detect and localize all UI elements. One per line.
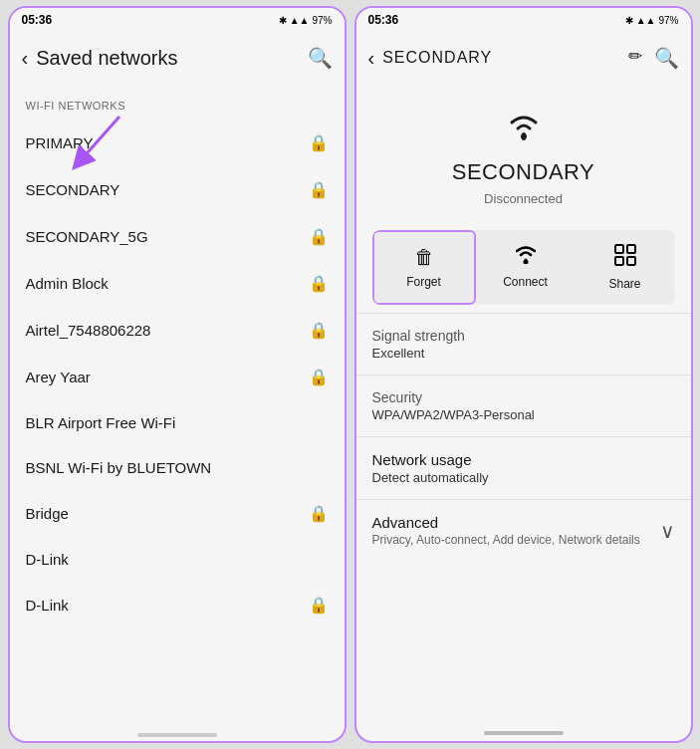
security-label: Security (372, 389, 675, 405)
network-name-bsnl: BSNL Wi-Fi by BLUETOWN (26, 459, 212, 476)
network-name-dlink2: D-Link (26, 597, 69, 614)
left-app-bar: ‹ Saved networks 🔍 (10, 32, 345, 84)
advanced-title: Advanced (372, 514, 660, 531)
right-status-time: 05:36 (368, 13, 399, 27)
signal-strength-label: Signal strength (372, 328, 675, 344)
connect-icon (516, 246, 536, 269)
right-search-button[interactable]: 🔍 (654, 46, 679, 70)
lock-icon-bridge: 🔒 (309, 504, 329, 523)
share-label: Share (608, 277, 640, 291)
connect-label: Connect (503, 275, 548, 289)
svg-rect-5 (615, 257, 623, 265)
network-item-secondary5g[interactable]: SECONDARY_5G 🔒 (10, 213, 345, 260)
network-name-airtel: Airtel_7548806228 (26, 322, 151, 339)
network-usage-value: Detect automatically (372, 470, 675, 485)
left-content: WI-FI NETWORKS PRIMARY 🔒 SECONDARY 🔒 SEC… (10, 84, 345, 729)
right-network-status: Disconnected (484, 191, 563, 206)
right-bluetooth-icon: ✱ (625, 15, 633, 26)
forget-label: Forget (406, 275, 441, 289)
connect-button[interactable]: Connect (476, 230, 576, 305)
network-item-secondary[interactable]: SECONDARY 🔒 (10, 166, 345, 213)
share-button[interactable]: Share (576, 230, 675, 305)
svg-line-0 (80, 117, 119, 161)
advanced-subtitle: Privacy, Auto-connect, Add device, Netwo… (372, 533, 660, 547)
lock-icon-adminblock: 🔒 (309, 274, 329, 293)
svg-rect-4 (627, 245, 635, 253)
network-name-secondary: SECONDARY (26, 181, 120, 198)
left-status-icons: ✱ ▲▲ 97% (279, 15, 333, 26)
right-edit-button[interactable]: ✏ (628, 46, 642, 70)
right-page-title: SECONDARY (382, 49, 492, 67)
lock-icon-secondary5g: 🔒 (309, 227, 329, 246)
left-page-title: Saved networks (36, 47, 177, 70)
svg-rect-6 (627, 257, 635, 265)
network-item-airtel[interactable]: Airtel_7548806228 🔒 (10, 307, 345, 354)
network-item-adminblock[interactable]: Admin Block 🔒 (10, 260, 345, 307)
advanced-row[interactable]: Advanced Privacy, Auto-connect, Add devi… (356, 499, 691, 561)
right-back-button[interactable]: ‹ (368, 47, 375, 70)
network-name-blr: BLR Airport Free Wi-Fi (26, 414, 176, 431)
forget-button[interactable]: 🗑 Forget (372, 230, 476, 305)
left-status-time: 05:36 (22, 13, 53, 27)
bluetooth-icon: ✱ (279, 15, 287, 26)
network-name-dlink1: D-Link (26, 551, 69, 568)
left-phone-frame: 05:36 ✱ ▲▲ 97% ‹ Saved networks 🔍 WI-FI … (8, 6, 347, 743)
right-status-icons: ✱ ▲▲ 97% (625, 15, 679, 26)
network-item-dlink2[interactable]: D-Link 🔒 (10, 582, 345, 628)
network-item-blr[interactable]: BLR Airport Free Wi-Fi (10, 400, 345, 445)
network-name-bridge: Bridge (26, 505, 69, 522)
signal-icons: ▲▲ (290, 15, 310, 26)
network-usage-label: Network usage (372, 451, 675, 468)
right-network-name: SECONDARY (452, 159, 594, 185)
lock-icon-dlink2: 🔒 (309, 596, 329, 615)
right-signal-icons: ▲▲ (636, 15, 656, 26)
network-item-areyyaar[interactable]: Arey Yaar 🔒 (10, 354, 345, 400)
network-item-bridge[interactable]: Bridge 🔒 (10, 490, 345, 537)
network-name-areyyaar: Arey Yaar (26, 369, 91, 385)
forget-icon: 🗑 (414, 246, 434, 269)
lock-icon-primary: 🔒 (309, 133, 329, 152)
network-item-bsnl[interactable]: BSNL Wi-Fi by BLUETOWN (10, 445, 345, 490)
right-content: SECONDARY Disconnected 🗑 Forget Connect (356, 84, 691, 725)
lock-icon-areyyaar: 🔒 (309, 368, 329, 386)
battery-icon: 97% (312, 15, 332, 26)
security-section: Security WPA/WPA2/WPA3-Personal (356, 374, 691, 436)
wifi-icon-large (504, 108, 544, 149)
left-search-button[interactable]: 🔍 (308, 46, 333, 70)
right-status-bar: 05:36 ✱ ▲▲ 97% (356, 8, 691, 32)
network-name-adminblock: Admin Block (26, 275, 109, 292)
right-battery-icon: 97% (658, 15, 678, 26)
left-back-button[interactable]: ‹ (22, 47, 29, 70)
svg-point-1 (521, 133, 527, 139)
network-item-dlink1[interactable]: D-Link (10, 537, 345, 582)
security-value: WPA/WPA2/WPA3-Personal (372, 407, 675, 422)
action-buttons-row: 🗑 Forget Connect (372, 230, 675, 305)
svg-rect-3 (615, 245, 623, 253)
lock-icon-airtel: 🔒 (309, 321, 329, 340)
network-hero: SECONDARY Disconnected (356, 84, 691, 222)
chevron-down-icon: ∨ (660, 519, 675, 543)
right-app-bar: ‹ SECONDARY ✏ 🔍 (356, 32, 691, 84)
annotation-arrow (60, 112, 139, 171)
lock-icon-secondary: 🔒 (309, 180, 329, 199)
left-status-bar: 05:36 ✱ ▲▲ 97% (10, 8, 345, 32)
share-icon (614, 244, 636, 271)
signal-strength-section: Signal strength Excellent (356, 313, 691, 374)
signal-strength-value: Excellent (372, 346, 675, 361)
right-phone-frame: 05:36 ✱ ▲▲ 97% ‹ SECONDARY ✏ 🔍 (354, 6, 693, 743)
svg-point-2 (523, 260, 528, 265)
left-scroll-indicator (137, 733, 217, 737)
network-usage-section: Network usage Detect automatically (356, 436, 691, 499)
right-scroll-indicator (484, 731, 564, 735)
network-name-secondary5g: SECONDARY_5G (26, 228, 148, 245)
